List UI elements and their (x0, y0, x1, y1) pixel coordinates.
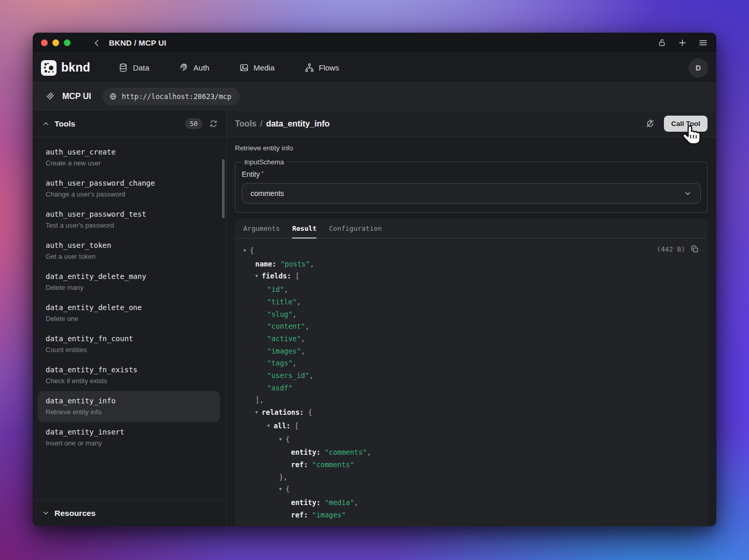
json-string: "id" (267, 285, 284, 293)
json-key: name: (255, 260, 276, 268)
mcp-bar: MCP UI http://localhost:28623/mcp (33, 82, 716, 110)
json-line: "active", (243, 333, 699, 345)
expander-icon[interactable]: ▼ (255, 273, 258, 278)
nav-item-media[interactable]: Media (239, 63, 275, 73)
hamburger-icon (698, 38, 708, 48)
globe-icon (109, 92, 117, 101)
back-button[interactable] (92, 38, 102, 48)
expander-icon[interactable]: ▼ (279, 486, 282, 492)
mcp-title: MCP UI (62, 92, 91, 101)
json-line: ▼{ (243, 245, 699, 258)
nav-item-data[interactable]: Data (118, 63, 149, 73)
json-key: entity: (291, 448, 321, 456)
json-line: "content", (243, 320, 699, 333)
minimize-window-button[interactable] (52, 39, 59, 46)
expander-icon[interactable]: ▼ (267, 423, 270, 428)
tool-detail-body: Retrieve entity info InputSchema Entity*… (227, 137, 716, 526)
breadcrumb-section[interactable]: Tools (235, 119, 256, 129)
auto-call-toggle[interactable] (645, 119, 655, 129)
refresh-tools-button[interactable] (209, 119, 218, 128)
tool-description: Count entities (46, 346, 212, 354)
bknd-logo-icon (41, 60, 57, 76)
required-mark: * (261, 170, 263, 176)
tool-name: data_entity_insert (46, 428, 212, 436)
user-avatar[interactable]: D (688, 58, 708, 78)
brand-logo[interactable]: bknd (41, 60, 90, 76)
tool-name: data_entity_delete_many (46, 272, 212, 281)
close-window-button[interactable] (41, 39, 48, 46)
chevron-up-icon (42, 120, 50, 128)
copy-result-button[interactable] (690, 245, 699, 254)
nav-item-auth[interactable]: Auth (179, 63, 210, 73)
tool-detail-panel: Tools / data_entity_info Call Tool Retri… (227, 110, 716, 526)
title-bar: BKND / MCP UI (33, 33, 716, 53)
resources-section-label: Resources (54, 509, 95, 518)
json-line: ▼{ (243, 483, 699, 497)
chevron-down-icon (42, 509, 50, 517)
json-line: "slug", (243, 309, 699, 321)
expander-icon[interactable]: ▼ (255, 410, 258, 415)
content-area: Tools 50 auth_user_createCreate a new us… (33, 110, 716, 526)
sidebar-item-data_entity_info[interactable]: data_entity_infoRetrieve entity info (38, 391, 220, 422)
call-tool-button[interactable]: Call Tool (664, 116, 708, 132)
json-string: "comments" (325, 448, 367, 456)
json-punct: ], (255, 396, 263, 404)
json-line: entity:"media", (243, 497, 699, 509)
entity-select-value: comments (251, 189, 284, 198)
json-punct: , (284, 285, 288, 293)
json-punct: { (249, 246, 254, 255)
sidebar-item-data_entity_delete_one[interactable]: data_entity_delete_oneDelete one (38, 298, 220, 329)
expander-icon[interactable]: ▼ (243, 248, 246, 253)
tool-detail-header: Tools / data_entity_info Call Tool (227, 110, 716, 137)
refresh-icon (209, 119, 218, 128)
json-string: "users_id" (267, 371, 309, 380)
json-punct: }, (279, 473, 287, 481)
sidebar-item-auth_user_password_change[interactable]: auth_user_password_changeChange a user's… (38, 173, 220, 204)
server-url-pill[interactable]: http://localhost:28623/mcp (103, 88, 240, 105)
tools-section-header[interactable]: Tools 50 (33, 110, 226, 137)
resources-section-header[interactable]: Resources (33, 499, 226, 526)
chevron-left-icon (92, 38, 102, 48)
new-tab-button[interactable] (677, 38, 687, 48)
sidebar-item-auth_user_token[interactable]: auth_user_tokenGet a user token (38, 235, 220, 267)
json-key: fields: (261, 272, 291, 280)
maximize-window-button[interactable] (64, 39, 71, 46)
json-line: ref:"comments" (243, 459, 699, 471)
json-line: "asdf" (243, 382, 699, 395)
desktop: { "window": { "title": "BKND / MCP UI" }… (0, 0, 749, 560)
entity-label-text: Entity (242, 170, 260, 178)
nav-item-label: Data (133, 63, 149, 72)
json-line: ▼fields:[ (243, 270, 699, 284)
lock-button[interactable] (658, 38, 667, 47)
sidebar-item-auth_user_create[interactable]: auth_user_createCreate a new user (38, 142, 220, 173)
window-controls (41, 39, 71, 46)
tab-result[interactable]: Result (292, 219, 316, 238)
app-navbar: bknd Data Auth Media Flows D (33, 53, 716, 82)
tool-description: Retrieve entity info (46, 408, 212, 416)
image-icon (239, 63, 249, 73)
json-line: ▼all:[ (243, 420, 699, 433)
sidebar-item-data_entity_delete_many[interactable]: data_entity_delete_manyDelete many (38, 267, 220, 298)
sidebar-item-data_entity_insert[interactable]: data_entity_insertInsert one or many (38, 422, 220, 453)
nav-item-flows[interactable]: Flows (304, 63, 339, 73)
expander-icon[interactable]: ▼ (279, 437, 282, 442)
sidebar-scrollbar-thumb[interactable] (222, 159, 225, 218)
json-punct: , (367, 448, 371, 456)
json-line: ], (243, 394, 699, 407)
sidebar-item-data_entity_fn_exists[interactable]: data_entity_fn_existsCheck if entity exi… (38, 360, 220, 391)
nav-items: Data Auth Media Flows (118, 63, 339, 73)
sidebar-item-auth_user_password_test[interactable]: auth_user_password_testTest a user's pas… (38, 204, 220, 235)
tab-configuration[interactable]: Configuration (329, 219, 382, 238)
workflow-icon (304, 63, 314, 73)
menu-button[interactable] (698, 38, 708, 48)
tools-count-badge: 50 (185, 118, 202, 129)
entity-field-label: Entity* (242, 170, 701, 178)
tab-arguments[interactable]: Arguments (243, 219, 280, 238)
json-string: "asdf" (267, 384, 293, 392)
entity-select[interactable]: comments (242, 183, 701, 204)
json-line: name:"posts", (243, 258, 699, 271)
json-string: "content" (267, 322, 305, 330)
sidebar-item-data_entity_fn_count[interactable]: data_entity_fn_countCount entities (38, 329, 220, 360)
json-punct: , (354, 498, 358, 507)
tool-name: auth_user_create (46, 148, 212, 156)
